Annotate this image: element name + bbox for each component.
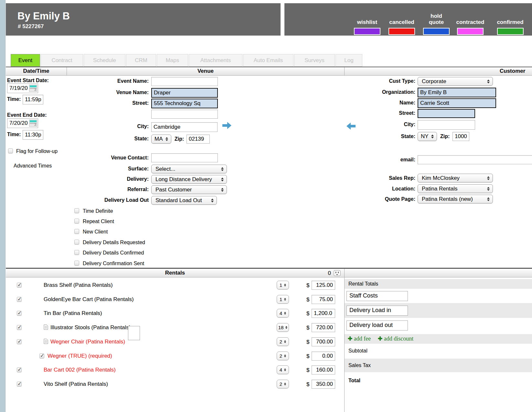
sales-tax-label: Sales Tax xyxy=(348,363,371,368)
rental-price-input[interactable] xyxy=(312,295,335,304)
flag-follow-up-checkbox[interactable] xyxy=(8,148,13,153)
tab-schedule[interactable]: Schedule xyxy=(84,54,125,67)
rental-item-checkbox[interactable] xyxy=(17,367,22,372)
venue-city-input[interactable] xyxy=(151,122,218,132)
tab-contract[interactable]: Contract xyxy=(41,54,83,67)
rental-price-input[interactable] xyxy=(312,323,335,332)
power-outlet-icon[interactable] xyxy=(334,270,341,276)
venue-street2-input[interactable] xyxy=(151,110,218,119)
cust-type-select[interactable]: Corporate xyxy=(418,77,493,86)
delivery-confirmation-sent-label: Delivery Confirmation Sent xyxy=(83,261,144,266)
delivery-confirmation-sent-checkbox[interactable] xyxy=(74,261,79,266)
customer-name-input[interactable] xyxy=(418,98,496,108)
legend-item-hold-quote: hold quote xyxy=(420,8,453,35)
rental-qty-stepper[interactable]: 4 xyxy=(277,309,289,318)
quote-page-select[interactable]: Patina Rentals (new) xyxy=(418,195,493,203)
copy-to-customer-arrow-icon[interactable] xyxy=(222,121,232,130)
rental-price-input[interactable] xyxy=(312,309,335,318)
venue-contact-input[interactable] xyxy=(151,153,218,162)
time-definite-checkbox[interactable] xyxy=(74,208,79,213)
customer-city-input[interactable] xyxy=(418,120,475,130)
rental-item-checkbox[interactable] xyxy=(17,382,22,386)
rental-item-checkbox[interactable] xyxy=(17,325,22,330)
rental-item-checkbox[interactable] xyxy=(17,297,22,302)
organization-input[interactable] xyxy=(418,88,496,97)
venue-state-select[interactable]: MA xyxy=(151,135,171,144)
venue-street-input[interactable] xyxy=(151,99,218,108)
currency-symbol: $ xyxy=(306,282,309,289)
stepper-arrows-icon xyxy=(284,354,286,357)
rental-item-name: Vito Shelf (Patina Rentals) xyxy=(44,381,108,387)
rental-price-input[interactable] xyxy=(312,352,335,361)
rental-price-input[interactable] xyxy=(312,365,335,374)
event-name-input[interactable] xyxy=(151,77,218,86)
rental-price-input[interactable] xyxy=(312,380,335,389)
location-select[interactable]: Patina Rentals xyxy=(418,184,493,193)
stepper-arrows-icon xyxy=(284,284,286,287)
tab-crm[interactable]: CRM xyxy=(126,54,156,67)
page-title: By Emily B xyxy=(17,10,70,22)
delivery-load-out-select[interactable]: Standard Load Out xyxy=(151,196,217,205)
delivery-details-confirmed-checkbox[interactable] xyxy=(74,250,79,255)
rental-price-input[interactable] xyxy=(312,337,335,346)
currency-symbol: $ xyxy=(306,325,309,331)
header-left-block: By Emily B # 5227267 xyxy=(6,3,281,36)
event-start-date-label: Event Start Date: xyxy=(7,78,49,83)
customer-street-input[interactable] xyxy=(418,109,475,118)
calendar-icon[interactable]: 3 xyxy=(29,120,37,127)
stepper-arrows-icon xyxy=(284,312,286,315)
total-label: Total xyxy=(348,378,360,384)
currency-symbol: $ xyxy=(306,297,309,303)
repeat-client-checkbox[interactable] xyxy=(74,219,79,223)
rental-qty-stepper[interactable]: 2 xyxy=(277,352,289,360)
end-time-input[interactable] xyxy=(23,130,43,140)
start-time-input[interactable] xyxy=(23,95,43,104)
sales-rep-select[interactable]: Kim McCloskey xyxy=(418,174,493,182)
delivery-details-confirmed-label: Delivery Details Confirmed xyxy=(83,250,144,256)
document-icon[interactable] xyxy=(44,324,48,330)
delivery-load-out-box[interactable]: Delivery load out xyxy=(346,320,408,331)
tab-event[interactable]: Event xyxy=(11,54,40,67)
tab-surveys[interactable]: Surveys xyxy=(294,54,335,67)
rental-item-checkbox[interactable] xyxy=(17,283,22,287)
calendar-icon[interactable]: 3 xyxy=(29,85,37,92)
document-icon[interactable] xyxy=(44,339,48,344)
outlet-count: 0 xyxy=(323,270,331,276)
rental-qty-stepper[interactable]: 1 xyxy=(277,295,289,304)
rental-item-checkbox[interactable] xyxy=(17,311,22,316)
new-client-checkbox[interactable] xyxy=(74,229,79,234)
venue-zip-input[interactable] xyxy=(186,135,210,144)
delivery-select[interactable]: Long Distance Delivery xyxy=(151,175,227,184)
rental-qty-stepper[interactable]: 2 xyxy=(277,337,289,346)
customer-zip-input[interactable] xyxy=(452,132,469,141)
add-discount-link[interactable]: ✚ add discount xyxy=(378,335,413,342)
rental-qty-stepper[interactable]: 2 xyxy=(277,380,289,388)
rental-item-checkbox[interactable] xyxy=(17,339,22,344)
stepper-arrows-icon xyxy=(284,340,286,343)
rental-qty-stepper[interactable]: 4 xyxy=(277,365,289,374)
select-arrows-icon xyxy=(221,178,224,181)
tab-auto-emails[interactable]: Auto Emails xyxy=(243,54,293,67)
delivery-details-requested-checkbox[interactable] xyxy=(74,240,79,244)
tab-maps[interactable]: Maps xyxy=(157,54,188,67)
add-fee-link[interactable]: ✚ add fee xyxy=(348,335,371,342)
referral-select[interactable]: Past Customer xyxy=(151,185,227,194)
tab-log[interactable]: Log xyxy=(335,54,362,67)
staff-costs-box[interactable]: Staff Costs xyxy=(346,291,408,301)
delivery-load-in-box[interactable]: Delivery Load in xyxy=(346,306,408,316)
surface-select[interactable]: Select... xyxy=(151,165,227,173)
venue-name-input[interactable] xyxy=(151,88,218,98)
customer-state-select[interactable]: NY xyxy=(418,132,437,141)
rental-subitem-checkbox[interactable] xyxy=(39,353,44,358)
rental-price-input[interactable] xyxy=(312,281,335,290)
tab-attachments[interactable]: Attachments xyxy=(189,54,242,67)
rental-qty-stepper[interactable]: 18 xyxy=(277,323,289,332)
copy-to-venue-arrow-icon[interactable] xyxy=(346,122,356,130)
advanced-times-link[interactable]: Advanced Times xyxy=(14,163,52,169)
email-input[interactable] xyxy=(418,155,532,164)
rental-qty-stepper[interactable]: 1 xyxy=(277,281,289,289)
email-label: email: xyxy=(344,157,415,163)
venue-state-label: State: xyxy=(78,136,149,142)
venue-city-label: City: xyxy=(78,124,149,129)
stepper-arrows-icon xyxy=(285,326,287,329)
